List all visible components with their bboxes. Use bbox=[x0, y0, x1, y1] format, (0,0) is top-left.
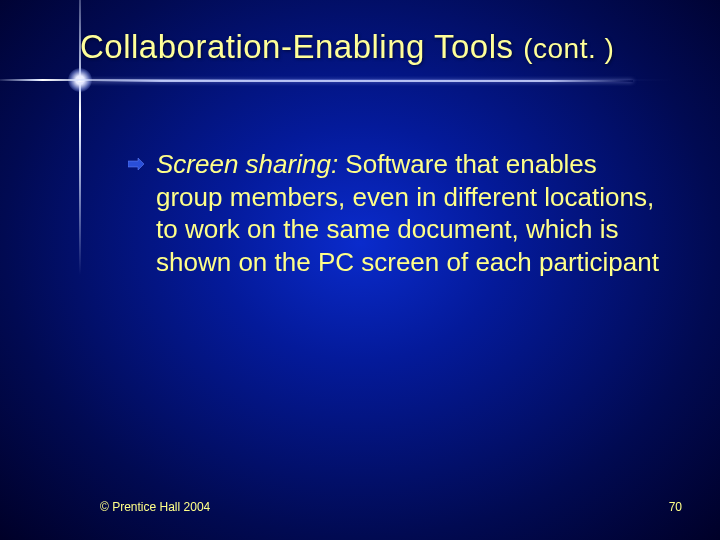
slide-title: Collaboration-Enabling Tools (cont. ) bbox=[80, 28, 700, 66]
arrow-bullet-icon bbox=[128, 158, 144, 170]
bullet-item: Screen sharing: Software that enables gr… bbox=[128, 148, 660, 278]
term-text: Screen sharing: bbox=[156, 149, 338, 179]
title-underline bbox=[78, 80, 633, 82]
slide: Collaboration-Enabling Tools (cont. ) Sc… bbox=[0, 0, 720, 540]
body-text: Screen sharing: Software that enables gr… bbox=[128, 148, 660, 278]
footer-page-number: 70 bbox=[669, 500, 682, 514]
title-main: Collaboration-Enabling Tools bbox=[80, 28, 523, 65]
footer-copyright: © Prentice Hall 2004 bbox=[100, 500, 210, 514]
title-continued: (cont. ) bbox=[523, 33, 614, 64]
